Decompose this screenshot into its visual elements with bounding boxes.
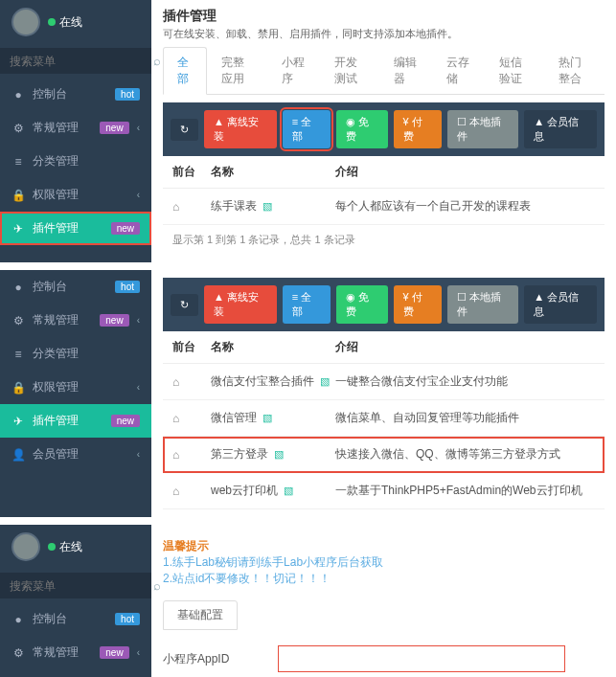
nav-label: 分类管理 — [33, 346, 140, 362]
nav-item[interactable]: ⚙常规管理new‹ — [0, 636, 151, 669]
toolbar-button[interactable]: ¥ 付费 — [394, 110, 442, 148]
panel-2: ●控制台hot⚙常规管理new‹≡分类管理🔒权限管理‹✈插件管理new👤会员管理… — [0, 270, 616, 517]
toolbar-button[interactable]: ↻ — [171, 294, 198, 316]
search-input[interactable] — [10, 55, 153, 68]
toolbar-button[interactable]: ▲ 会员信息 — [524, 110, 597, 148]
table-row[interactable]: ⌂微信管理 ▧微信菜单、自动回复管理等功能插件 — [163, 400, 605, 437]
home-icon: ⌂ — [172, 375, 179, 389]
main: ↻▲ 离线安装≡ 全部◉ 免费¥ 付费☐ 本地插件▲ 会员信息 前台 名称 介绍… — [151, 270, 616, 517]
nav-item[interactable]: ≡分类管理 — [0, 145, 151, 178]
toolbar-button[interactable]: ◉ 免费 — [336, 285, 388, 324]
cell-name: 练手课表 ▧ — [211, 198, 335, 214]
user-status: 在线 — [48, 14, 82, 31]
top-tab[interactable]: 完整应用 — [207, 47, 267, 94]
nav-icon: ⚙ — [11, 646, 25, 660]
config-tab[interactable]: 基础配置 — [163, 600, 238, 630]
badge: hot — [115, 281, 140, 293]
nav-label: 插件管理 — [33, 220, 103, 237]
tip-title: 温馨提示 — [163, 538, 605, 554]
image-icon: ▧ — [262, 412, 272, 424]
toolbar: ↻▲ 离线安装≡ 全部◉ 免费¥ 付费☐ 本地插件▲ 会员信息 — [163, 278, 605, 331]
top-tab[interactable]: 热门整合 — [544, 47, 605, 94]
chevron-icon: ‹ — [137, 647, 140, 658]
table-body: ⌂练手课表 ▧每个人都应该有一个自己开发的课程表 — [163, 189, 605, 225]
toolbar-button[interactable]: ¥ 付费 — [394, 285, 442, 324]
table-row[interactable]: ⌂微信支付宝整合插件 ▧一键整合微信支付宝企业支付功能 — [163, 364, 605, 400]
main: 插件管理 可在线安装、卸载、禁用、启用插件，同时支持添加本地插件。 全部完整应用… — [151, 0, 616, 262]
badge: new — [111, 415, 140, 427]
toolbar-button[interactable]: ☐ 本地插件 — [447, 285, 519, 324]
main: 温馨提示 1.练手Lab秘钥请到练手Lab小程序后台获取 2.站点id不要修改！… — [151, 525, 616, 677]
top-tab[interactable]: 小程序 — [267, 47, 320, 94]
panel-3: 在线 ⌕ ●控制台hot⚙常规管理new‹≡分类管理🔒权限管理‹▤练手课表‹ ♥… — [0, 525, 616, 677]
nav-label: 常规管理 — [33, 644, 92, 661]
nav-icon: 👤 — [11, 448, 25, 462]
image-icon: ▧ — [320, 375, 330, 388]
toolbar-button[interactable]: ◉ 免费 — [336, 110, 388, 148]
badge: hot — [115, 88, 140, 101]
nav-item[interactable]: ≡分类管理 — [0, 337, 151, 371]
table-row[interactable]: ⌂web云打印机 ▧一款基于ThinkPHP5+FastAdmin的Web云打印… — [163, 473, 605, 509]
top-tab[interactable]: 短信验证 — [485, 47, 545, 94]
nav-label: 权限管理 — [33, 187, 129, 203]
chevron-icon: ‹ — [137, 123, 140, 133]
avatar[interactable] — [11, 8, 40, 36]
toolbar-button[interactable]: ▲ 离线安装 — [204, 285, 277, 324]
badge: new — [100, 122, 128, 134]
top-tab[interactable]: 全部 — [163, 47, 207, 95]
nav-item[interactable]: ✈插件管理new — [0, 404, 151, 438]
nav-icon: 🔒 — [11, 189, 25, 202]
nav-label: 控制台 — [33, 611, 107, 627]
table-body: ⌂微信支付宝整合插件 ▧一键整合微信支付宝企业支付功能⌂微信管理 ▧微信菜单、自… — [163, 364, 605, 509]
nav-label: 常规管理 — [33, 312, 92, 328]
nav-icon: ● — [11, 613, 25, 626]
toolbar-button[interactable]: ▲ 会员信息 — [524, 285, 597, 324]
form: 小程序AppID小程序AppSecret练手Lab秘钥站点id学校名称 — [163, 638, 605, 677]
nav-item[interactable]: 🔒权限管理‹ — [0, 178, 151, 212]
sidebar: 在线 ⌕ ●控制台hot⚙常规管理new‹≡分类管理🔒权限管理‹▤练手课表‹ ♥… — [0, 525, 151, 677]
top-tab[interactable]: 云存储 — [432, 47, 485, 94]
search-row: ⌕ — [0, 48, 151, 74]
nav-item[interactable]: ⚙常规管理new‹ — [0, 304, 151, 337]
toolbar-button[interactable]: ≡ 全部 — [283, 285, 331, 324]
nav-icon: ⚙ — [11, 314, 25, 327]
top-tab[interactable]: 开发测试 — [320, 47, 380, 94]
table-header: 前台 名称 介绍 — [163, 156, 605, 189]
toolbar-button[interactable]: ☐ 本地插件 — [447, 110, 519, 148]
th-front: 前台 — [172, 339, 211, 355]
toolbar-button[interactable]: ↻ — [171, 119, 198, 141]
nav-item[interactable]: ●控制台hot — [0, 78, 151, 111]
cell-front: ⌂ — [172, 448, 211, 462]
nav-item[interactable]: ≡分类管理 — [0, 669, 151, 677]
nav-item[interactable]: ⚙常规管理new‹ — [0, 111, 151, 145]
top-tab[interactable]: 编辑器 — [379, 47, 432, 94]
nav-icon: 🔒 — [11, 381, 25, 395]
toolbar-button[interactable]: ≡ 全部 — [283, 110, 331, 148]
search-input[interactable] — [10, 579, 153, 593]
nav-list: ●控制台hot⚙常规管理new‹≡分类管理🔒权限管理‹▤练手课表‹ — [0, 602, 151, 677]
home-icon: ⌂ — [172, 448, 179, 462]
toolbar-button[interactable]: ▲ 离线安装 — [204, 110, 277, 148]
cell-name: 微信管理 ▧ — [211, 410, 335, 426]
nav-item[interactable]: ●控制台hot — [0, 270, 151, 304]
form-input[interactable] — [278, 645, 565, 672]
image-icon: ▧ — [284, 485, 293, 497]
nav-item[interactable]: 👤会员管理‹ — [0, 438, 151, 471]
tip-line: 1.练手Lab秘钥请到练手Lab小程序后台获取 — [163, 554, 605, 571]
home-icon: ⌂ — [172, 412, 179, 425]
table-header: 前台 名称 介绍 — [163, 331, 605, 364]
chevron-icon: ‹ — [137, 382, 140, 393]
cell-front: ⌂ — [172, 375, 211, 389]
cell-desc: 快速接入微信、QQ、微博等第三方登录方式 — [335, 446, 595, 463]
nav-icon: ✈ — [11, 415, 25, 428]
nav-item[interactable]: ✈插件管理new — [0, 212, 151, 245]
th-front: 前台 — [172, 164, 211, 180]
table-row[interactable]: ⌂练手课表 ▧每个人都应该有一个自己开发的课程表 — [163, 189, 605, 225]
avatar[interactable] — [11, 532, 40, 561]
cell-name: 微信支付宝整合插件 ▧ — [211, 373, 335, 390]
user-status: 在线 — [48, 539, 82, 555]
table-row[interactable]: ⌂第三方登录 ▧快速接入微信、QQ、微博等第三方登录方式 — [163, 437, 605, 473]
top-tabs: 全部完整应用小程序开发测试编辑器云存储短信验证热门整合 — [163, 47, 605, 95]
nav-item[interactable]: 🔒权限管理‹ — [0, 371, 151, 404]
nav-item[interactable]: ●控制台hot — [0, 602, 151, 636]
